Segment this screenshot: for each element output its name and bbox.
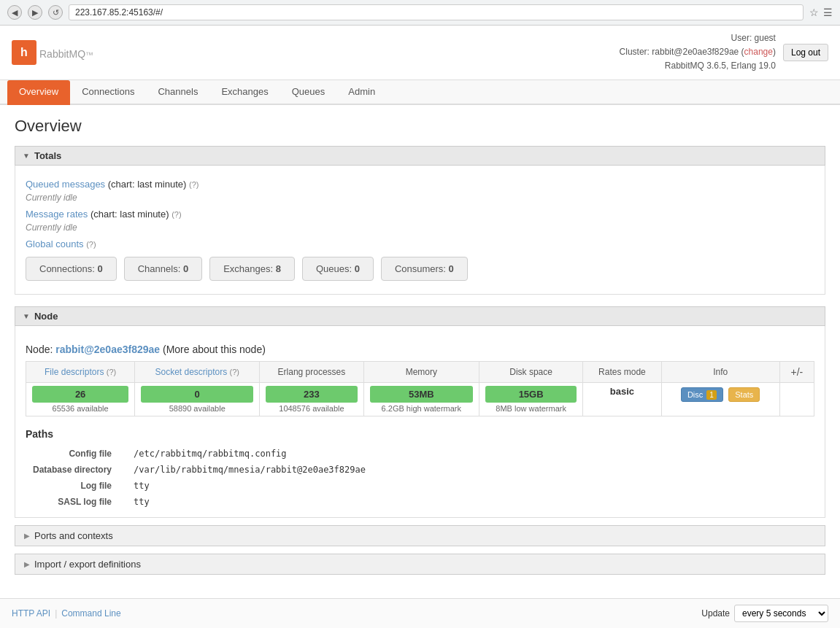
socket-desc-avail: 58890 available (141, 404, 253, 413)
logo-area: h RabbitMQ™ (12, 40, 93, 65)
footer: HTTP API | Command Line Update every 5 s… (0, 598, 840, 623)
th-rates: Rates mode (583, 361, 661, 382)
log-file-value: tty (126, 478, 373, 494)
bookmark-icon[interactable]: ☆ (809, 7, 819, 18)
footer-links: HTTP API | Command Line (12, 608, 121, 619)
file-desc-link[interactable]: File descriptors (45, 367, 104, 377)
nav-item-admin[interactable]: Admin (336, 80, 387, 105)
ports-label: Ports and contexts (34, 530, 113, 541)
stats-button[interactable]: Stats (728, 387, 760, 402)
node-body: Node: rabbit@2e0ae3f829ae (More about th… (15, 326, 825, 518)
sasl-log-label: SASL log file (26, 494, 126, 510)
cluster-label: Cluster: (620, 47, 650, 57)
command-line-link[interactable]: Command Line (61, 608, 120, 619)
forward-button[interactable]: ▶ (28, 5, 42, 20)
http-api-link[interactable]: HTTP API (12, 608, 50, 619)
disk-bar: 15GB (485, 386, 577, 403)
th-erlang: Erlang processes (260, 361, 363, 382)
queued-messages-link[interactable]: Queued messages (26, 179, 105, 190)
rates-value: basic (610, 386, 634, 397)
node-arrow: ▼ (23, 312, 30, 320)
info-cell: Disc 1 Stats (661, 382, 779, 416)
menu-icon[interactable]: ☰ (823, 7, 833, 18)
disc-button[interactable]: Disc 1 (681, 387, 723, 402)
reload-button[interactable]: ↺ (48, 5, 63, 20)
th-disk: Disk space (479, 361, 583, 382)
sasl-log-value: tty (126, 494, 373, 510)
ports-header[interactable]: ▶ Ports and contexts (15, 525, 825, 546)
rates-help-link[interactable]: (?) (172, 210, 181, 219)
change-cluster-link[interactable]: change (744, 47, 773, 57)
node-name-link[interactable]: rabbit@2e0ae3f829ae (55, 344, 160, 355)
config-file-label: Config file (26, 446, 126, 462)
socket-desc-link[interactable]: Socket descriptors (155, 367, 227, 377)
disk-cell: 15GB 8MB low watermark (479, 382, 583, 416)
nav-item-exchanges[interactable]: Exchanges (209, 80, 280, 105)
connections-count: Connections: 0 (26, 257, 117, 281)
cluster-name: rabbit@2e0ae3f829ae (652, 47, 739, 57)
paths-heading: Paths (26, 428, 814, 440)
address-bar[interactable]: 223.167.85.2:45163/#/ (69, 4, 804, 20)
node-section: ▼ Node Node: rabbit@2e0ae3f829ae (More a… (15, 306, 825, 518)
global-counts-help-link[interactable]: (?) (86, 240, 96, 249)
global-counts-link[interactable]: Global counts (26, 239, 84, 249)
erlang-bar: 233 (266, 386, 357, 403)
paths-table: Config file /etc/rabbitmq/rabbitmq.confi… (26, 446, 373, 510)
socket-desc-bar: 0 (141, 386, 253, 403)
logo-icon: h (12, 40, 36, 65)
th-plus-minus[interactable]: +/- (779, 361, 814, 382)
browser-bar: ◀ ▶ ↺ 223.167.85.2:45163/#/ ☆ ☰ (0, 0, 840, 26)
back-button[interactable]: ◀ (7, 5, 22, 20)
memory-bar: 53MB (370, 386, 473, 403)
logout-button[interactable]: Log out (783, 44, 828, 61)
ports-section: ▶ Ports and contexts (15, 525, 825, 546)
th-memory: Memory (363, 361, 479, 382)
queued-chart-label: (chart: last minute) (108, 179, 187, 190)
nav-item-channels[interactable]: Channels (146, 80, 209, 105)
th-info: Info (661, 361, 779, 382)
totals-section: ▼ Totals Queued messages (chart: last mi… (15, 146, 825, 295)
idle-text-2: Currently idle (26, 222, 814, 233)
rates-cell: basic (583, 382, 661, 416)
channels-count: Channels: 0 (124, 257, 202, 281)
node-title: Node: rabbit@2e0ae3f829ae (More about th… (26, 344, 814, 355)
user-info: User: guest Cluster: rabbit@2e0ae3f829ae… (620, 31, 776, 74)
file-desc-avail: 65536 available (32, 404, 128, 413)
ports-arrow: ▶ (24, 532, 30, 540)
username: guest (755, 33, 776, 43)
message-rates-link[interactable]: Message rates (26, 209, 88, 220)
update-select[interactable]: every 5 seconds every 10 seconds every 3… (734, 605, 828, 622)
logo-text: RabbitMQ™ (39, 43, 93, 62)
th-file-desc: File descriptors (?) (26, 361, 135, 382)
erlang-cell: 233 1048576 available (260, 382, 363, 416)
rates-chart-label: (chart: last minute) (90, 209, 169, 220)
exchanges-count: Exchanges: 8 (209, 257, 295, 281)
node-label: Node (34, 311, 58, 322)
totals-body: Queued messages (chart: last minute) (?)… (15, 166, 825, 295)
th-socket-desc: Socket descriptors (?) (135, 361, 260, 382)
log-file-label: Log file (26, 478, 126, 494)
node-header[interactable]: ▼ Node (15, 306, 825, 326)
import-section: ▶ Import / export definitions (15, 554, 825, 575)
nav-item-connections[interactable]: Connections (70, 80, 146, 105)
page-content: Overview ▼ Totals Queued messages (chart… (0, 105, 840, 623)
db-dir-label: Database directory (26, 462, 126, 478)
table-row: 26 65536 available 0 58890 available 233… (26, 382, 814, 416)
user-label: User: (731, 33, 752, 43)
file-desc-help: (?) (107, 368, 116, 376)
totals-header[interactable]: ▼ Totals (15, 146, 825, 166)
idle-text-1: Currently idle (26, 193, 814, 203)
import-header[interactable]: ▶ Import / export definitions (15, 554, 825, 575)
update-label: Update (701, 608, 730, 619)
nav-item-overview[interactable]: Overview (7, 80, 70, 105)
footer-divider: | (55, 608, 57, 619)
app-header: h RabbitMQ™ User: guest Cluster: rabbit@… (0, 26, 840, 80)
totals-label: Totals (34, 150, 61, 161)
db-dir-value: /var/lib/rabbitmq/mnesia/rabbit@2e0ae3f8… (126, 462, 373, 478)
disk-avail: 8MB low watermark (485, 404, 577, 413)
queues-count: Queues: 0 (302, 257, 374, 281)
queued-help-link[interactable]: (?) (189, 180, 199, 189)
disc-badge: 1 (706, 390, 717, 400)
page-title: Overview (15, 117, 825, 136)
nav-item-queues[interactable]: Queues (280, 80, 337, 105)
